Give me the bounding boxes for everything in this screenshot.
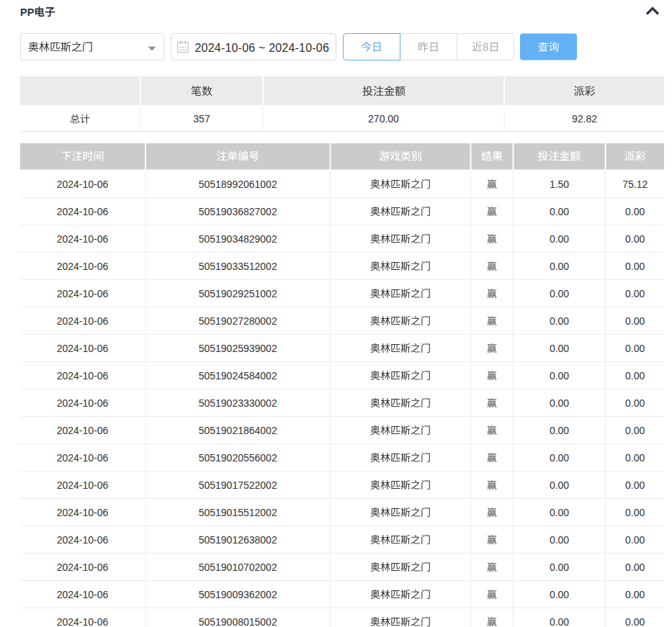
svg-text:PP: PP xyxy=(20,6,35,18)
svg-text:2024-10-06: 2024-10-06 xyxy=(57,343,109,354)
svg-text:50519015512002: 50519015512002 xyxy=(199,507,277,518)
svg-text:0.00: 0.00 xyxy=(625,233,645,245)
svg-text:50519012638002: 50519012638002 xyxy=(199,534,277,546)
svg-text:0.00: 0.00 xyxy=(625,507,645,518)
svg-text:2024-10-06: 2024-10-06 xyxy=(57,370,109,382)
svg-text:0.00: 0.00 xyxy=(550,452,569,464)
svg-text:0.00: 0.00 xyxy=(550,479,569,491)
svg-text:0.00: 0.00 xyxy=(550,315,569,327)
svg-text:50519033512002: 50519033512002 xyxy=(199,261,277,272)
svg-text:357: 357 xyxy=(193,113,210,125)
svg-text:50518992061002: 50518992061002 xyxy=(199,179,277,190)
svg-text:0.00: 0.00 xyxy=(625,261,645,272)
svg-text:2024-10-06 ~ 2024-10-06: 2024-10-06 ~ 2024-10-06 xyxy=(195,42,330,54)
svg-text:0.00: 0.00 xyxy=(625,534,645,546)
svg-text:50519008015002: 50519008015002 xyxy=(199,616,277,627)
svg-text:50519021864002: 50519021864002 xyxy=(199,425,277,436)
svg-text:0.00: 0.00 xyxy=(625,616,645,627)
svg-text:75.12: 75.12 xyxy=(622,179,648,190)
svg-text:2024-10-06: 2024-10-06 xyxy=(57,261,109,272)
svg-text:0.00: 0.00 xyxy=(625,206,645,217)
svg-text:0.00: 0.00 xyxy=(550,561,569,573)
svg-text:2024-10-06: 2024-10-06 xyxy=(57,561,109,573)
svg-text:0.00: 0.00 xyxy=(550,288,569,299)
svg-text:0.00: 0.00 xyxy=(625,397,645,409)
svg-text:2024-10-06: 2024-10-06 xyxy=(57,452,109,464)
svg-text:0.00: 0.00 xyxy=(625,479,645,491)
svg-text:0.00: 0.00 xyxy=(550,397,569,409)
svg-text:50519023330002: 50519023330002 xyxy=(199,397,277,409)
svg-text:270.00: 270.00 xyxy=(368,113,399,125)
svg-text:2024-10-06: 2024-10-06 xyxy=(57,206,109,217)
svg-text:92.82: 92.82 xyxy=(572,113,597,125)
svg-text:0.00: 0.00 xyxy=(550,343,569,354)
svg-text:2024-10-06: 2024-10-06 xyxy=(57,534,109,546)
svg-text:50519034829002: 50519034829002 xyxy=(199,233,277,245)
svg-text:2024-10-06: 2024-10-06 xyxy=(57,616,109,627)
svg-text:0.00: 0.00 xyxy=(625,370,645,382)
svg-text:0.00: 0.00 xyxy=(550,589,569,600)
svg-text:0.00: 0.00 xyxy=(625,589,645,600)
svg-text:2024-10-06: 2024-10-06 xyxy=(57,179,109,190)
svg-text:50519017522002: 50519017522002 xyxy=(199,479,277,491)
svg-text:0.00: 0.00 xyxy=(625,425,645,436)
svg-text:0.00: 0.00 xyxy=(550,370,569,382)
svg-text:0.00: 0.00 xyxy=(550,534,569,546)
svg-text:0.00: 0.00 xyxy=(550,233,569,245)
svg-text:1.50: 1.50 xyxy=(550,179,569,190)
svg-text:50519029251002: 50519029251002 xyxy=(199,288,277,299)
svg-text:0.00: 0.00 xyxy=(625,452,645,464)
svg-text:2024-10-06: 2024-10-06 xyxy=(57,288,109,299)
svg-text:0.00: 0.00 xyxy=(625,561,645,573)
svg-text:0.00: 0.00 xyxy=(550,425,569,436)
svg-text:0.00: 0.00 xyxy=(550,507,569,518)
svg-text:2024-10-06: 2024-10-06 xyxy=(57,397,109,409)
svg-text:50519025939002: 50519025939002 xyxy=(199,343,277,354)
svg-text:50519020556002: 50519020556002 xyxy=(199,452,277,464)
svg-text:0.00: 0.00 xyxy=(625,315,645,327)
svg-text:2024-10-06: 2024-10-06 xyxy=(57,315,109,327)
svg-text:2024-10-06: 2024-10-06 xyxy=(57,479,109,491)
svg-text:0.00: 0.00 xyxy=(550,206,569,217)
svg-text:50519024584002: 50519024584002 xyxy=(199,370,277,382)
svg-text:2024-10-06: 2024-10-06 xyxy=(57,589,109,600)
svg-text:0.00: 0.00 xyxy=(550,616,569,627)
svg-text:50519009362002: 50519009362002 xyxy=(199,589,277,600)
svg-text:50519027280002: 50519027280002 xyxy=(199,315,277,327)
svg-text:50519010702002: 50519010702002 xyxy=(199,561,277,573)
svg-text:50519036827002: 50519036827002 xyxy=(199,206,277,217)
svg-text:2024-10-06: 2024-10-06 xyxy=(57,507,109,518)
svg-text:0.00: 0.00 xyxy=(625,288,645,299)
svg-text:2024-10-06: 2024-10-06 xyxy=(57,233,109,245)
svg-text:0.00: 0.00 xyxy=(550,261,569,272)
svg-text:0.00: 0.00 xyxy=(625,343,645,354)
svg-text:2024-10-06: 2024-10-06 xyxy=(57,425,109,436)
